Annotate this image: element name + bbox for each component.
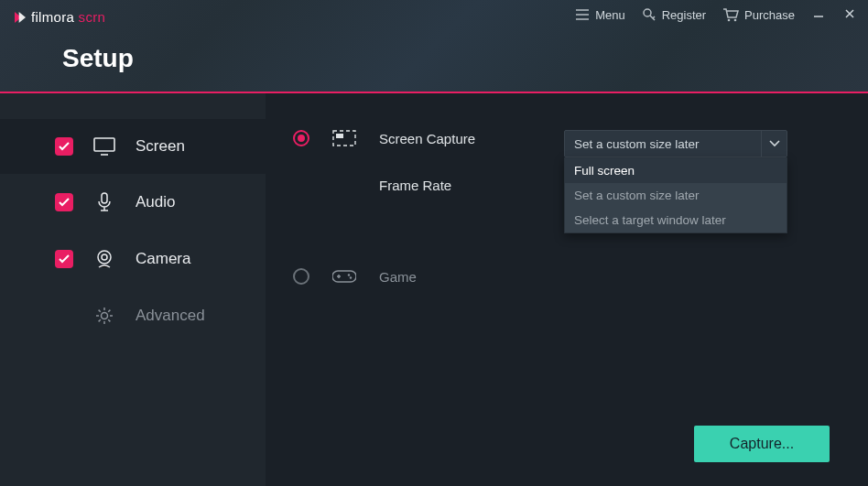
checkbox-placeholder [55,307,73,325]
sidebar-item-audio[interactable]: Audio [0,174,266,231]
capture-button[interactable]: Capture... [694,426,830,462]
sidebar-item-label: Screen [136,137,185,156]
svg-rect-4 [102,193,107,203]
svg-point-7 [102,313,108,319]
minimize-button[interactable] [811,8,826,22]
sidebar-item-screen[interactable]: Screen [0,119,266,174]
chevron-down-icon [769,140,780,147]
svg-point-6 [102,254,107,260]
svg-rect-3 [94,138,114,151]
app-logo: filmora scrn [13,9,105,25]
hamburger-icon [575,8,590,21]
close-icon [844,8,855,19]
sidebar-item-label: Camera [136,250,190,268]
select-caret[interactable] [761,131,787,157]
radio-game[interactable] [293,268,309,285]
capture-size-select-wrap: Set a custom size later Full screen Set … [564,130,787,233]
sidebar-item-label: Audio [136,193,175,211]
svg-point-11 [350,276,352,278]
sidebar-item-advanced[interactable]: Advanced [0,287,266,344]
dropdown-item[interactable]: Select a target window later [565,208,787,232]
svg-point-10 [348,274,350,275]
content-panel: Screen Capture Frame Rate Game Set a cus… [266,93,868,486]
logo-icon [13,10,27,25]
checkbox-audio[interactable] [55,193,73,211]
top-menu: Menu Register Purchase [575,7,857,22]
cart-icon [722,7,739,22]
logo-text: filmora scrn [31,9,105,25]
screen-capture-icon [331,130,357,146]
page-title: Setup [62,44,134,73]
main-area: Screen Audio Camera Advance [0,93,868,486]
radio-screen-capture[interactable] [293,130,309,146]
check-icon [59,254,70,264]
dropdown-item[interactable]: Full screen [565,158,787,183]
sidebar-item-camera[interactable]: Camera [0,231,266,287]
svg-point-5 [98,251,111,264]
register-label: Register [662,8,706,22]
option-label: Screen Capture [379,131,475,146]
option-game[interactable]: Game [293,268,831,285]
sidebar-item-label: Advanced [136,307,205,325]
app-header: filmora scrn Menu Register Purchase Setu… [0,0,868,93]
dropdown-item[interactable]: Set a custom size later [565,183,787,208]
svg-rect-9 [336,134,343,138]
close-button[interactable] [842,8,857,22]
purchase-label: Purchase [744,8,795,22]
register-button[interactable]: Register [642,7,706,22]
check-icon [59,142,70,151]
capture-size-dropdown: Full screen Set a custom size later Sele… [564,157,787,233]
svg-point-1 [728,19,731,22]
check-icon [59,198,70,207]
gear-icon [93,306,115,326]
svg-point-2 [734,19,737,22]
menu-label: Menu [595,8,625,22]
option-label: Frame Rate [379,178,451,193]
checkbox-screen[interactable] [55,137,73,156]
option-label: Game [379,269,417,285]
monitor-icon [93,137,115,156]
svg-point-0 [644,9,651,16]
gamepad-icon [331,269,357,284]
checkbox-camera[interactable] [55,250,73,268]
purchase-button[interactable]: Purchase [722,7,795,22]
minimize-icon [813,8,824,19]
sidebar: Screen Audio Camera Advance [0,93,266,486]
microphone-icon [93,192,115,212]
menu-button[interactable]: Menu [575,8,625,22]
select-value: Set a custom size later [565,137,709,151]
key-icon [642,7,656,22]
webcam-icon [93,249,115,269]
capture-size-select[interactable]: Set a custom size later [564,130,787,157]
